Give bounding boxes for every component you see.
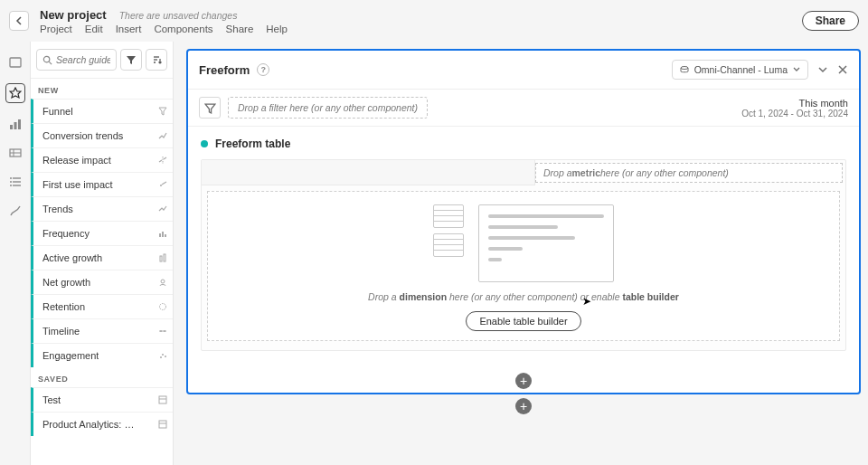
timeline-icon	[158, 327, 167, 336]
unsaved-indicator: There are unsaved changes	[119, 10, 238, 21]
net-growth-icon	[158, 278, 167, 287]
dimension-hint: Drop a dimension here (or any other comp…	[368, 291, 679, 302]
trend-icon	[158, 131, 167, 140]
dimension-dropzone[interactable]: Drop a dimension here (or any other comp…	[207, 191, 840, 341]
left-rail	[0, 42, 31, 465]
svg-point-13	[43, 56, 49, 62]
svg-rect-20	[159, 233, 161, 237]
svg-rect-0	[10, 58, 21, 67]
collapse-icon[interactable]	[817, 64, 828, 75]
svg-point-19	[160, 185, 162, 186]
data-icon	[680, 65, 689, 74]
svg-point-29	[164, 330, 165, 332]
panel-item-frequency[interactable]: Frequency	[31, 221, 173, 245]
panel-item-saved-campaign[interactable]: Product Analytics: Campai…	[31, 412, 173, 436]
sort-icon	[151, 54, 162, 65]
add-panel-button[interactable]: +	[515, 398, 532, 414]
filter-icon-box[interactable]	[199, 97, 221, 119]
svg-point-30	[160, 356, 162, 358]
component-panel: NEW Funnel Conversion trends Release imp…	[31, 42, 174, 465]
svg-rect-24	[164, 254, 165, 261]
rail-visualizations-icon[interactable]	[7, 116, 24, 132]
panel-item-engagement[interactable]: Engagement	[31, 343, 173, 367]
freeform-panel: Freeform ? Omni-Channel - Luma	[186, 49, 861, 394]
panel-item-net-growth[interactable]: Net growth	[31, 270, 173, 294]
impact-icon	[158, 156, 167, 165]
menu-help[interactable]: Help	[266, 24, 288, 34]
data-view-selector[interactable]: Omni-Channel - Luma	[672, 60, 808, 80]
menu-share[interactable]: Share	[226, 24, 254, 34]
svg-point-12	[10, 185, 12, 186]
table-header-left[interactable]	[202, 160, 535, 185]
svg-point-28	[160, 330, 162, 332]
panel-item-saved-test[interactable]: Test	[31, 387, 173, 412]
panel-item-active-growth[interactable]: Active growth	[31, 245, 173, 270]
svg-point-10	[10, 177, 12, 179]
panel-title[interactable]: Freeform	[199, 63, 250, 77]
rail-list-icon[interactable]	[7, 174, 24, 190]
bar-icon	[158, 229, 167, 238]
first-use-icon	[158, 180, 167, 189]
title-block: New project There are unsaved changes Pr…	[40, 8, 802, 34]
back-button[interactable]	[9, 11, 29, 31]
svg-rect-23	[160, 256, 162, 261]
svg-point-31	[162, 354, 164, 356]
search-box[interactable]	[36, 49, 117, 71]
engagement-icon	[158, 351, 167, 360]
svg-rect-33	[159, 396, 166, 403]
sort-button[interactable]	[146, 49, 167, 71]
panel-item-timeline[interactable]: Timeline	[31, 318, 173, 343]
retention-icon	[158, 302, 167, 311]
search-input[interactable]	[56, 54, 110, 65]
funnel-icon	[158, 107, 167, 116]
filter-dropzone[interactable]: Drop a filter here (or any other compone…	[228, 97, 428, 119]
enable-table-builder-button[interactable]: Enable table builder	[466, 311, 580, 331]
metric-dropzone[interactable]: Drop a metric here (or any other compone…	[535, 163, 843, 183]
add-visualization-button[interactable]: +	[515, 373, 532, 389]
project-title[interactable]: New project	[40, 8, 107, 22]
svg-rect-2	[14, 122, 16, 129]
svg-point-37	[681, 67, 688, 70]
svg-rect-35	[159, 421, 166, 428]
panel-item-first-use-impact[interactable]: First use impact	[31, 172, 173, 196]
panel-item-funnel[interactable]: Funnel	[31, 99, 173, 123]
search-icon	[42, 55, 52, 65]
rail-table-icon[interactable]	[7, 145, 24, 161]
menu-project[interactable]: Project	[40, 24, 72, 34]
chevron-down-icon	[793, 66, 800, 73]
section-new: NEW	[31, 79, 173, 99]
panel-item-release-impact[interactable]: Release impact	[31, 147, 173, 172]
filter-icon	[126, 54, 137, 65]
growth-icon	[158, 253, 167, 262]
rail-guided-analysis-icon[interactable]	[5, 83, 25, 103]
svg-rect-22	[165, 234, 166, 237]
svg-rect-1	[10, 125, 13, 129]
canvas: Freeform ? Omni-Channel - Luma	[174, 42, 868, 465]
table-title[interactable]: Freeform table	[215, 138, 290, 150]
rail-panel-icon[interactable]	[7, 54, 24, 71]
menu-bar: Project Edit Insert Components Share Hel…	[40, 24, 802, 34]
rail-curate-icon[interactable]	[7, 203, 24, 219]
saved-icon	[158, 395, 167, 404]
svg-rect-3	[18, 119, 21, 129]
date-range[interactable]: This month Oct 1, 2024 - Oct 31, 2024	[741, 98, 848, 119]
menu-edit[interactable]: Edit	[85, 24, 103, 34]
svg-point-11	[10, 181, 12, 183]
skeleton-illustration	[433, 204, 614, 282]
filter-button[interactable]	[120, 49, 142, 71]
filter-icon	[204, 102, 216, 114]
panel-item-retention[interactable]: Retention	[31, 294, 173, 318]
svg-point-32	[165, 356, 166, 357]
panel-item-conversion-trends[interactable]: Conversion trends	[31, 123, 173, 147]
share-button[interactable]: Share	[802, 11, 859, 31]
svg-point-26	[160, 304, 166, 310]
menu-components[interactable]: Components	[154, 24, 212, 34]
help-icon[interactable]: ?	[257, 63, 269, 76]
panel-item-trends[interactable]: Trends	[31, 196, 173, 221]
menu-insert[interactable]: Insert	[116, 24, 142, 34]
svg-point-25	[161, 280, 165, 283]
close-icon[interactable]	[837, 64, 848, 75]
saved-icon	[158, 420, 167, 429]
svg-line-14	[49, 62, 52, 64]
section-saved: SAVED	[31, 367, 173, 387]
